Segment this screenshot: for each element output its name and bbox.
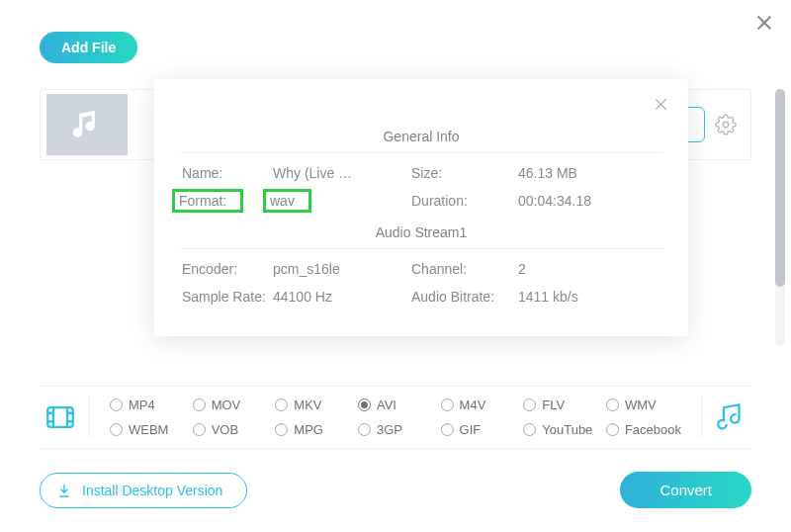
radio-circle-icon <box>523 399 536 411</box>
window-close-icon[interactable] <box>755 14 773 32</box>
sample-rate-value: 44100 Hz <box>273 289 411 305</box>
radio-circle-icon <box>110 399 123 411</box>
music-note-icon <box>68 106 106 143</box>
format-radio-youtube[interactable]: YouTube <box>523 422 598 437</box>
format-radio-label: WEBM <box>129 422 168 437</box>
audio-file-thumbnail <box>46 94 128 155</box>
format-radio-mov[interactable]: MOV <box>193 398 268 412</box>
radio-circle-icon <box>606 399 619 411</box>
divider <box>180 152 662 153</box>
format-radio-gif[interactable]: GIF <box>441 422 516 437</box>
format-radio-label: MOV <box>212 398 241 412</box>
format-radio-label: FLV <box>542 398 565 412</box>
name-label: Name: <box>182 165 273 181</box>
size-label: Size: <box>411 165 518 181</box>
file-info-modal: General Info Name: Why (Live … Size: 46.… <box>154 79 688 336</box>
radio-circle-icon <box>358 423 371 436</box>
format-radio-grid: MP4MOVMKVAVIM4VFLVWMVWEBMVOBMPG3GPGIFYou… <box>98 398 693 437</box>
format-radio-label: YouTube <box>542 422 592 437</box>
format-label: Format: <box>182 193 273 209</box>
radio-circle-icon <box>110 423 123 436</box>
format-radio-facebook[interactable]: Facebook <box>606 422 681 437</box>
radio-circle-icon <box>193 399 206 411</box>
audio-format-icon[interactable] <box>710 397 751 438</box>
output-format-strip: MP4MOVMKVAVIM4VFLVWMVWEBMVOBMPG3GPGIFYou… <box>40 386 751 449</box>
format-radio-label: MP4 <box>129 398 155 412</box>
encoder-value: pcm_s16le <box>273 261 411 277</box>
format-radio-mkv[interactable]: MKV <box>275 398 350 412</box>
general-info-grid: Name: Why (Live … Size: 46.13 MB Format:… <box>180 161 662 213</box>
format-radio-mpg[interactable]: MPG <box>275 422 350 437</box>
format-radio-wmv[interactable]: WMV <box>606 398 681 412</box>
general-info-title: General Info <box>180 129 662 144</box>
radio-circle-icon <box>523 423 536 436</box>
format-radio-label: GIF <box>460 422 482 437</box>
audio-bitrate-label: Audio Bitrate: <box>411 289 518 305</box>
divider <box>701 397 702 438</box>
modal-close-icon[interactable] <box>654 97 668 112</box>
format-radio-label: 3GP <box>377 422 402 437</box>
scrollbar-track <box>775 89 785 346</box>
format-radio-label: WMV <box>625 398 657 412</box>
duration-label: Duration: <box>411 193 518 209</box>
settings-gear-icon[interactable] <box>715 114 737 135</box>
radio-circle-icon <box>275 399 288 411</box>
format-radio-3gp[interactable]: 3GP <box>358 422 433 437</box>
format-radio-label: M4V <box>460 398 486 412</box>
divider <box>180 248 662 249</box>
sample-rate-label: Sample Rate: <box>182 289 273 305</box>
svg-rect-1 <box>47 407 73 427</box>
radio-circle-icon <box>441 423 454 436</box>
format-radio-mp4[interactable]: MP4 <box>110 398 185 412</box>
encoder-label: Encoder: <box>182 261 273 277</box>
radio-circle-icon <box>275 423 288 436</box>
divider <box>89 397 90 438</box>
scrollbar-thumb[interactable] <box>775 89 785 287</box>
format-radio-label: VOB <box>212 422 238 437</box>
format-highlight: Format: <box>172 189 243 213</box>
format-radio-vob[interactable]: VOB <box>193 422 268 437</box>
format-radio-label: AVI <box>377 398 396 412</box>
format-radio-label: Facebook <box>625 422 681 437</box>
add-file-button[interactable]: Add File <box>40 32 137 63</box>
video-format-icon[interactable] <box>40 397 81 438</box>
duration-value: 00:04:34.18 <box>518 193 660 209</box>
radio-circle-icon <box>193 423 206 436</box>
format-radio-m4v[interactable]: M4V <box>441 398 516 412</box>
audio-bitrate-value: 1411 kb/s <box>518 289 660 305</box>
audio-stream-grid: Encoder: pcm_s16le Channel: 2 Sample Rat… <box>180 257 662 309</box>
size-value: 46.13 MB <box>518 165 660 181</box>
name-value: Why (Live … <box>273 165 411 181</box>
format-radio-webm[interactable]: WEBM <box>110 422 185 437</box>
format-radio-avi[interactable]: AVI <box>358 398 433 412</box>
format-value-highlight: wav <box>263 189 311 213</box>
channel-label: Channel: <box>411 261 518 277</box>
install-desktop-label: Install Desktop Version <box>82 483 222 498</box>
audio-stream-title: Audio Stream1 <box>180 224 662 240</box>
radio-circle-icon <box>606 423 619 436</box>
format-radio-label: MPG <box>294 422 323 437</box>
svg-point-0 <box>723 122 729 128</box>
convert-button[interactable]: Convert <box>620 472 751 508</box>
format-value: wav <box>273 193 411 209</box>
radio-circle-icon <box>358 399 371 411</box>
format-radio-label: MKV <box>294 398 321 412</box>
install-desktop-button[interactable]: Install Desktop Version <box>40 473 247 508</box>
format-radio-flv[interactable]: FLV <box>523 398 598 412</box>
download-icon <box>56 483 72 498</box>
channel-value: 2 <box>518 261 660 277</box>
radio-circle-icon <box>441 399 454 411</box>
